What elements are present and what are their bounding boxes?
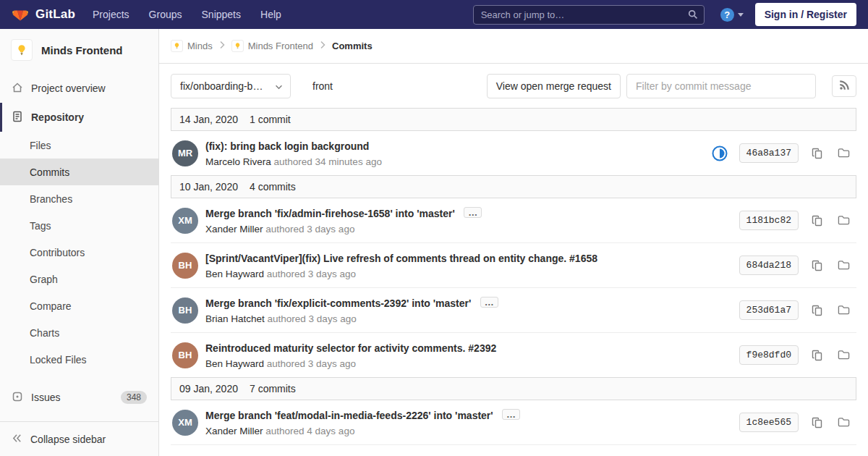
sidebar-item-charts[interactable]: Charts (0, 319, 158, 346)
commit-info: Merge branch 'feat/modal-in-media-feeds-… (205, 409, 739, 436)
nav-item-groups[interactable]: Groups (149, 9, 182, 20)
sidebar-item-compare[interactable]: Compare (0, 292, 158, 319)
commit-row: XM Merge branch 'fix/admin-firehose-1658… (171, 198, 856, 243)
commit-sha[interactable]: 1181bc82 (739, 211, 799, 230)
copy-sha-button[interactable] (810, 303, 825, 318)
breadcrumb-link[interactable]: Minds Frontend (248, 41, 313, 51)
sidebar-item-tags[interactable]: Tags (0, 212, 158, 239)
sidebar-item-branches[interactable]: Branches (0, 185, 158, 212)
breadcrumb-item-minds-frontend[interactable]: Minds Frontend (231, 40, 313, 52)
expand-commit-message-button[interactable]: … (502, 409, 520, 420)
browse-files-button[interactable] (836, 348, 851, 363)
breadcrumb-item-minds[interactable]: Minds (171, 40, 213, 52)
commit-title-link[interactable]: (fix): bring back login background (205, 140, 369, 152)
chevron-down-icon (738, 13, 744, 17)
project-sidebar: Minds Frontend Project overview Reposito… (0, 29, 159, 456)
project-header[interactable]: Minds Frontend (0, 29, 158, 74)
commit-count: 4 commits (250, 181, 296, 193)
main-content: Minds Minds Frontend Commits fix/onboard… (159, 29, 868, 456)
global-search (473, 5, 705, 25)
commit-author-link[interactable]: Xander Miller (205, 426, 263, 436)
browse-files-button[interactable] (836, 146, 851, 161)
search-input[interactable] (473, 5, 705, 25)
commit-info: Reintroduced maturity selector for activ… (205, 342, 739, 369)
sidebar-item-locked-files[interactable]: Locked Files (0, 346, 158, 373)
commit-title-link[interactable]: Merge branch 'fix/admin-firehose-1658' i… (205, 208, 455, 219)
commit-author-link[interactable]: Xander Miller (205, 224, 263, 235)
issues-count-badge: 348 (121, 391, 147, 404)
browse-files-button[interactable] (836, 303, 851, 318)
avatar[interactable]: BH (172, 342, 198, 368)
expand-commit-message-button[interactable]: … (480, 297, 498, 308)
rss-icon (839, 80, 850, 93)
collapse-sidebar-button[interactable]: Collapse sidebar (0, 421, 158, 456)
branch-selector-value: fix/onboarding-b… (180, 80, 263, 92)
commit-date-header: 09 Jan, 2020 7 commits (171, 377, 856, 400)
breadcrumb-link[interactable]: Minds (187, 41, 213, 51)
commit-info: Merge branch 'fix/explicit-comments-2392… (205, 297, 739, 324)
help-dropdown[interactable]: ? (720, 8, 744, 22)
nav-item-help[interactable]: Help (260, 9, 281, 20)
commit-row: BH Merge branch 'fix/explicit-comments-2… (171, 288, 856, 333)
copy-sha-button[interactable] (810, 146, 825, 161)
commit-time: authored 3 days ago (265, 224, 354, 235)
commit-title-link[interactable]: Reintroduced maturity selector for activ… (205, 342, 496, 354)
sidebar-item-commits[interactable]: Commits (0, 159, 158, 185)
sidebar-item-graph[interactable]: Graph (0, 266, 158, 292)
commit-sha[interactable]: 46a8a137 (739, 143, 799, 163)
browse-files-button[interactable] (836, 415, 851, 430)
nav-item-projects[interactable]: Projects (93, 9, 129, 20)
chevron-down-icon (275, 80, 283, 92)
browse-files-button[interactable] (836, 258, 851, 273)
project-avatar-small (231, 40, 244, 52)
avatar[interactable]: XM (172, 410, 198, 436)
sidebar-item-repository[interactable]: Repository (0, 103, 158, 132)
avatar[interactable]: XM (172, 208, 198, 234)
commit-info: Merge branch 'fix/admin-firehose-1658' i… (205, 207, 739, 235)
commit-author-link[interactable]: Ben Hayward (205, 269, 264, 279)
commit-list: 14 Jan, 2020 1 commit MR (fix): bring ba… (171, 108, 856, 445)
view-open-merge-request-button[interactable]: View open merge request (487, 74, 621, 98)
pipeline-status-running-icon[interactable] (712, 145, 728, 161)
home-icon (12, 82, 23, 96)
document-icon (12, 111, 23, 124)
commit-sha[interactable]: 253d61a7 (739, 300, 799, 320)
avatar[interactable]: BH (172, 297, 198, 324)
copy-sha-button[interactable] (810, 214, 825, 228)
sidebar-item-contributors[interactable]: Contributors (0, 239, 158, 266)
nav-item-snippets[interactable]: Snippets (202, 9, 241, 20)
commit-row: BH [Sprint/VacantViper](fix) Live refres… (171, 243, 856, 288)
commit-sha[interactable]: 1c8ee565 (739, 413, 799, 432)
sidebar-item-files[interactable]: Files (0, 132, 158, 159)
commit-title-link[interactable]: Merge branch 'feat/modal-in-media-feeds-… (205, 410, 493, 421)
filter-commit-message-input[interactable] (626, 74, 816, 98)
issues-icon (12, 391, 23, 405)
gitlab-tanuki-icon (12, 5, 29, 25)
top-navbar: GitLab Projects Groups Snippets Help ? S… (0, 0, 868, 29)
branch-selector-dropdown[interactable]: fix/onboarding-b… (171, 74, 291, 98)
group-avatar (171, 40, 183, 52)
commit-actions: 1181bc82 (739, 211, 851, 230)
avatar[interactable]: BH (172, 253, 198, 279)
commit-title-link[interactable]: Merge branch 'fix/explicit-comments-2392… (205, 297, 471, 309)
commits-feed-button[interactable] (832, 75, 856, 97)
commit-sha[interactable]: 684da218 (739, 256, 799, 275)
avatar[interactable]: MR (172, 140, 198, 166)
commit-author-link[interactable]: Ben Hayward (205, 358, 264, 369)
commit-author-link[interactable]: Marcelo Rivera (205, 156, 271, 167)
collapse-sidebar-label: Collapse sidebar (30, 434, 106, 445)
sign-in-register-button[interactable]: Sign in / Register (755, 3, 856, 26)
copy-sha-button[interactable] (810, 415, 825, 430)
browse-files-button[interactable] (836, 214, 851, 228)
commit-date-header: 10 Jan, 2020 4 commits (171, 175, 856, 198)
copy-sha-button[interactable] (810, 348, 825, 363)
commit-author-link[interactable]: Brian Hatchet (205, 313, 265, 324)
copy-sha-button[interactable] (810, 258, 825, 273)
sidebar-item-issues[interactable]: Issues 348 (0, 383, 158, 412)
commit-sha[interactable]: f9e8dfd0 (739, 345, 799, 365)
double-chevron-left-icon (12, 433, 22, 446)
sidebar-item-project-overview[interactable]: Project overview (0, 74, 158, 103)
expand-commit-message-button[interactable]: … (464, 207, 482, 218)
commit-title-link[interactable]: [Sprint/VacantViper](fix) Live refresh o… (205, 253, 597, 264)
gitlab-logo[interactable]: GitLab (12, 5, 75, 25)
